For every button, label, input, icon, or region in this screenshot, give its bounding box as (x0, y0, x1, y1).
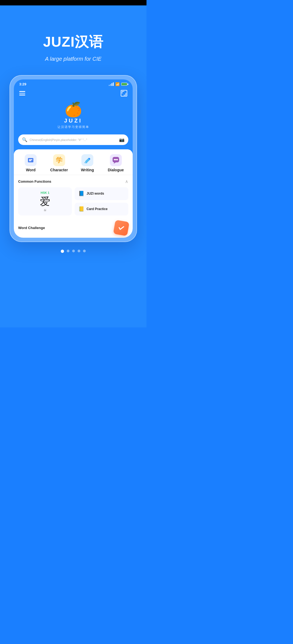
pagination-dot-2[interactable] (67, 250, 69, 252)
tab-dialogue-label: Dialogue (108, 168, 124, 172)
pagination-dot-5[interactable] (83, 250, 86, 252)
search-placeholder: Chinese|English|Pinyin,placeholder: "#" … (30, 138, 117, 141)
cf-title: Common Functions (18, 179, 51, 183)
word-icon (25, 154, 37, 166)
juzi-words-label: JUZI words (87, 192, 104, 195)
orange-icon: 🍊 (65, 102, 82, 117)
character-icon: 学 (53, 154, 65, 166)
camera-icon[interactable]: 📷 (119, 137, 125, 142)
hsk-character: 爱 (40, 196, 50, 207)
svg-point-3 (31, 159, 32, 160)
tab-word-label: Word (26, 168, 36, 172)
svg-point-1 (29, 159, 30, 160)
word-challenge-label: Word Challenge (18, 226, 45, 230)
logo-area: 🍊 JUZI 让汉语学习变得简单 (14, 100, 133, 134)
tab-writing[interactable]: Writing (73, 154, 102, 172)
pagination-dot-3[interactable] (72, 250, 75, 252)
svg-point-2 (30, 159, 31, 160)
phone-mockup: 3:29 📶 (9, 75, 137, 242)
card-practice-item[interactable]: 📒 Card Practice (75, 203, 128, 215)
status-bar (0, 0, 146, 5)
writing-icon (81, 154, 93, 166)
phone-time: 3:29 (19, 82, 26, 86)
signal-icon (109, 82, 114, 86)
phone-card: Word 学 Character (14, 149, 133, 238)
pagination-dot-1[interactable] (61, 250, 64, 253)
juzi-brand: JUZI (64, 118, 82, 124)
signal-bar-3 (112, 83, 112, 86)
card-practice-label: Card Practice (87, 207, 107, 211)
tab-character-label: Character (50, 168, 68, 172)
svg-point-9 (115, 159, 116, 160)
wifi-icon: 📶 (115, 82, 120, 86)
tab-dialogue[interactable]: Dialogue (102, 154, 130, 172)
card-practice-icon: 📒 (78, 206, 84, 212)
app-title: JUZI汉语 (43, 33, 104, 51)
svg-point-8 (114, 159, 115, 160)
pagination-dot-4[interactable] (78, 250, 80, 252)
cf-collapse-icon[interactable]: ∧ (125, 179, 128, 184)
juzi-words-item[interactable]: 📘 JUZI words (75, 187, 128, 200)
svg-point-10 (116, 159, 118, 160)
tab-word[interactable]: Word (17, 154, 45, 172)
battery-icon (121, 83, 127, 86)
common-functions: Common Functions ∧ HSK 1 爱 ài 📘 (14, 175, 133, 215)
svg-point-5 (30, 160, 31, 161)
svg-point-4 (29, 160, 30, 161)
search-bar[interactable]: 🔍 Chinese|English|Pinyin,placeholder: "#… (18, 134, 128, 145)
cf-header: Common Functions ∧ (18, 179, 128, 184)
signal-bar-4 (113, 82, 114, 86)
phone-header (14, 88, 133, 100)
juzi-words-icon: 📘 (78, 191, 84, 197)
word-challenge[interactable]: Word Challenge (14, 217, 133, 238)
word-challenge-badge (113, 220, 129, 236)
juzi-tagline: 让汉语学习变得简单 (58, 125, 89, 129)
scan-icon[interactable] (121, 90, 127, 96)
pagination-dots (61, 242, 86, 258)
tab-writing-label: Writing (81, 168, 94, 172)
dialogue-icon (110, 154, 122, 166)
hsk-pinyin: ài (44, 208, 46, 212)
hsk-level: HSK 1 (41, 191, 49, 194)
signal-bar-2 (110, 84, 111, 86)
signal-bar-1 (109, 85, 110, 86)
cf-grid: HSK 1 爱 ài 📘 JUZI words 📒 Card Pra (18, 187, 128, 215)
nav-tabs: Word 学 Character (14, 149, 133, 175)
menu-icon[interactable] (19, 91, 25, 95)
tab-character[interactable]: 学 Character (45, 154, 74, 172)
phone-inner: 3:29 📶 (14, 79, 133, 238)
phone-status-icons: 📶 (109, 82, 127, 86)
hero-section: JUZI汉语 A large platform for CIE 3:29 📶 (0, 5, 146, 327)
hsk-card[interactable]: HSK 1 爱 ài (18, 187, 72, 215)
app-subtitle: A large platform for CIE (45, 56, 101, 62)
search-icon: 🔍 (22, 137, 27, 142)
phone-status-bar: 3:29 📶 (14, 79, 133, 88)
